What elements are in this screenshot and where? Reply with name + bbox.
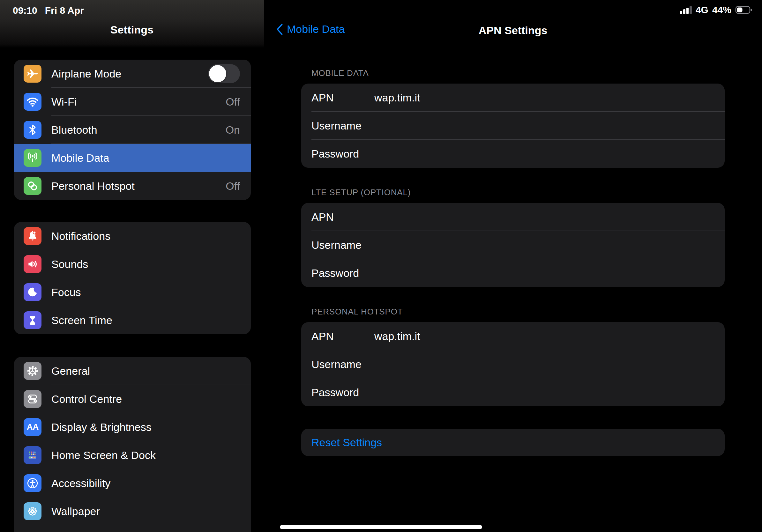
screen-time-hourglass-icon <box>24 311 41 329</box>
sounds-speaker-icon <box>24 255 41 273</box>
reset-settings-button[interactable]: Reset Settings <box>301 429 725 456</box>
apn-field-row[interactable]: APN wap.tim.it <box>301 84 725 112</box>
field-label: Username <box>311 358 374 370</box>
sidebar-item-label: Home Screen & Dock <box>51 449 156 461</box>
section-header-personal-hotspot: PERSONAL HOTSPOT <box>311 307 403 317</box>
wallpaper-flower-icon <box>24 502 41 520</box>
control-centre-icon <box>24 390 41 408</box>
sidebar-group-connectivity: Airplane Mode Wi-Fi Off <box>14 60 251 200</box>
field-label: APN <box>311 330 374 343</box>
password-field-row[interactable]: Password <box>301 140 725 168</box>
apn-settings-pane: Mobile Data APN Settings MOBILE DATA APN… <box>264 0 762 532</box>
sidebar-item-label: Wallpaper <box>51 505 100 518</box>
apn-input[interactable]: wap.tim.it <box>374 330 715 343</box>
page-title: APN Settings <box>264 24 762 37</box>
field-label: Password <box>311 386 374 399</box>
airplane-icon <box>24 65 41 83</box>
section-header-lte-setup: LTE SETUP (OPTIONAL) <box>311 187 411 197</box>
field-label: Username <box>311 120 374 132</box>
general-gear-icon <box>24 362 41 380</box>
reset-settings-label: Reset Settings <box>311 436 382 449</box>
home-screen-dock-icon <box>24 446 41 464</box>
field-label: Username <box>311 239 374 251</box>
sidebar-item-label: Bluetooth <box>51 124 97 136</box>
display-brightness-icon: AA <box>24 418 41 436</box>
sidebar-item-general[interactable]: General <box>14 357 251 385</box>
field-label: Password <box>311 267 374 279</box>
sidebar-item-label: General <box>51 365 90 377</box>
sidebar-item-label: Screen Time <box>51 314 112 327</box>
username-field-row[interactable]: Username <box>301 231 725 259</box>
apn-field-row[interactable]: APN wap.tim.it <box>301 322 725 350</box>
section-header-mobile-data: MOBILE DATA <box>311 68 369 78</box>
username-field-row[interactable]: Username <box>301 112 725 140</box>
notifications-bell-icon <box>24 227 41 245</box>
sidebar-item-label: Sounds <box>51 258 88 270</box>
accessibility-icon <box>24 474 41 492</box>
sidebar-item-label: Accessibility <box>51 477 111 490</box>
password-field-row[interactable]: Password <box>301 259 725 287</box>
sidebar-item-wifi[interactable]: Wi-Fi Off <box>14 88 251 116</box>
sidebar-item-airplane-mode[interactable]: Airplane Mode <box>14 60 251 88</box>
sidebar-item-wallpaper[interactable]: Wallpaper <box>14 497 251 525</box>
sidebar-title: Settings <box>0 24 264 36</box>
ipad-settings-screen: 09:10 Fri 8 Apr 4G 44% Settings A <box>0 0 762 532</box>
bluetooth-status-value: On <box>226 124 240 136</box>
sidebar-item-accessibility[interactable]: Accessibility <box>14 469 251 497</box>
cellular-signal-icon <box>680 6 692 14</box>
sidebar-item-label: Wi-Fi <box>51 96 77 108</box>
personal-hotspot-icon <box>24 177 41 195</box>
field-label: APN <box>311 92 374 104</box>
home-indicator[interactable] <box>280 525 482 529</box>
wifi-icon <box>24 93 41 111</box>
hotspot-status-value: Off <box>226 180 240 192</box>
sidebar-item-partial <box>14 525 251 532</box>
bluetooth-icon <box>24 121 41 139</box>
sidebar-item-label: Airplane Mode <box>51 68 121 80</box>
sidebar-item-focus[interactable]: Focus <box>14 278 251 306</box>
status-bar-right: 4G 44% <box>680 4 753 15</box>
battery-percent-label: 44% <box>712 4 731 15</box>
sidebar-group-general: General Control Centre AA Display & <box>14 357 251 532</box>
sidebar-item-label: Personal Hotspot <box>51 180 135 192</box>
sidebar-item-label: Display & Brightness <box>51 421 152 433</box>
toggle-knob <box>209 65 226 82</box>
mobile-data-icon <box>24 149 41 167</box>
wifi-status-value: Off <box>226 96 240 108</box>
field-label: APN <box>311 211 374 223</box>
mobile-data-section: APN wap.tim.it Username Password <box>301 84 725 168</box>
sidebar-item-display-brightness[interactable]: AA Display & Brightness <box>14 413 251 441</box>
status-time: 09:10 <box>13 5 37 16</box>
sidebar-item-sounds[interactable]: Sounds <box>14 250 251 278</box>
sidebar-group-notifications: Notifications Sounds <box>14 222 251 334</box>
airplane-mode-toggle[interactable] <box>208 64 240 83</box>
apn-field-row[interactable]: APN <box>301 203 725 231</box>
personal-hotspot-section: APN wap.tim.it Username Password <box>301 322 725 406</box>
sidebar-item-label: Focus <box>51 286 81 299</box>
sidebar-item-label: Mobile Data <box>51 152 109 164</box>
sidebar-item-mobile-data[interactable]: Mobile Data <box>14 144 251 172</box>
sidebar-item-label: Notifications <box>51 230 111 242</box>
password-field-row[interactable]: Password <box>301 378 725 406</box>
lte-setup-section: APN Username Password <box>301 203 725 287</box>
field-label: Password <box>311 148 374 160</box>
settings-sidebar: Settings Airplane Mode <box>0 0 264 532</box>
sidebar-item-bluetooth[interactable]: Bluetooth On <box>14 116 251 144</box>
sidebar-item-screen-time[interactable]: Screen Time <box>14 306 251 334</box>
sidebar-item-personal-hotspot[interactable]: Personal Hotspot Off <box>14 172 251 200</box>
battery-icon <box>735 5 753 14</box>
username-field-row[interactable]: Username <box>301 350 725 378</box>
sidebar-item-label: Control Centre <box>51 393 122 405</box>
network-type-label: 4G <box>696 4 708 15</box>
sidebar-item-notifications[interactable]: Notifications <box>14 222 251 250</box>
apn-input[interactable]: wap.tim.it <box>374 92 715 104</box>
sidebar-item-control-centre[interactable]: Control Centre <box>14 385 251 413</box>
status-date: Fri 8 Apr <box>45 5 84 16</box>
sidebar-item-home-screen-dock[interactable]: Home Screen & Dock <box>14 441 251 469</box>
focus-moon-icon <box>24 283 41 301</box>
status-bar-left: 09:10 Fri 8 Apr <box>13 5 84 16</box>
